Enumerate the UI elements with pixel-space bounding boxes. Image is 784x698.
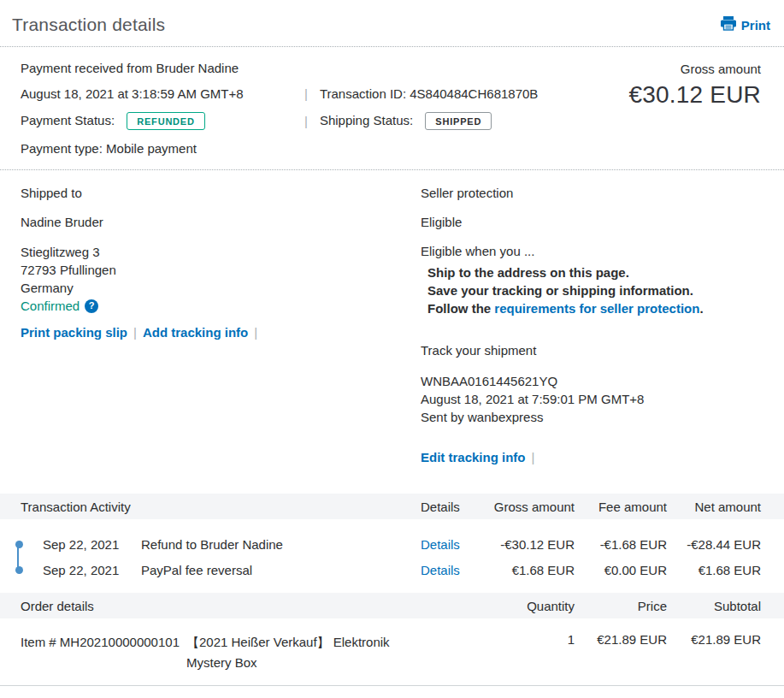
activity-fee: -€1.68 EUR xyxy=(575,537,667,552)
col-gross-amount: Gross amount xyxy=(493,500,575,514)
col-fee-amount: Fee amount xyxy=(575,500,667,514)
page-header: Transaction details Print xyxy=(0,0,784,47)
activity-row: Sep 22, 2021 PayPal fee reversal Details… xyxy=(10,557,761,583)
shipping-status-cell: Shipping Status: SHIPPED xyxy=(320,112,492,130)
activity-net: -€28.44 EUR xyxy=(667,537,761,552)
track-shipment-section: Track your shipment WNBAA0161445621YQ Au… xyxy=(421,343,761,464)
gross-amount-label: Gross amount xyxy=(628,62,761,76)
condition-prefix: Follow the xyxy=(427,301,494,316)
tracking-number: WNBAA0161445621YQ xyxy=(421,372,761,390)
shipped-to-heading: Shipped to xyxy=(21,186,421,200)
payment-date: August 18, 2021 at 3:18:59 AM GMT+8 xyxy=(21,86,304,101)
gross-amount-block: Gross amount €30.12 EUR xyxy=(628,61,761,157)
divider: | xyxy=(304,114,308,128)
eligible-when-label: Eligible when you ... xyxy=(421,244,761,258)
purchase-total-row: Purchase total €21.89 EUR xyxy=(0,686,784,698)
divider: | xyxy=(304,86,308,101)
activity-details-link[interactable]: Details xyxy=(421,563,493,577)
protection-condition: Follow the requirements for seller prote… xyxy=(421,299,761,317)
activity-description: PayPal fee reversal xyxy=(141,563,421,577)
transaction-details-page: Transaction details Print Payment receiv… xyxy=(0,0,784,698)
item-subtotal: €21.89 EUR xyxy=(667,632,761,647)
page-title: Transaction details xyxy=(12,15,165,35)
details-columns: Shipped to Nadine Bruder Stieglitzweg 3 … xyxy=(0,170,784,479)
address-line: Germany xyxy=(21,279,421,297)
payment-status-label: Payment Status: xyxy=(21,113,115,127)
activity-fee: €0.00 EUR xyxy=(575,563,667,577)
timeline-dot-icon xyxy=(15,566,23,574)
add-tracking-info-link[interactable]: Add tracking info xyxy=(143,325,248,340)
activity-date: Sep 22, 2021 xyxy=(27,537,141,552)
col-quantity: Quantity xyxy=(421,599,575,613)
transaction-activity-rows: Sep 22, 2021 Refund to Bruder Nadine Det… xyxy=(0,519,784,593)
print-packing-slip-link[interactable]: Print packing slip xyxy=(21,325,127,340)
recipient-name: Nadine Bruder xyxy=(21,215,421,229)
protection-condition: Save your tracking or shipping informati… xyxy=(421,281,761,299)
track-shipment-heading: Track your shipment xyxy=(421,343,761,358)
order-details-header: Order details Quantity Price Subtotal xyxy=(0,593,784,618)
col-net-amount: Net amount xyxy=(667,500,761,514)
payment-summary: Payment received from Bruder Nadine Augu… xyxy=(0,47,784,170)
transaction-id: Transaction ID: 4S840484CH681870B xyxy=(320,86,538,101)
activity-row: Sep 22, 2021 Refund to Bruder Nadine Det… xyxy=(10,531,761,557)
activity-gross: €1.68 EUR xyxy=(493,563,575,577)
item-number: Item # MH20210000000101 xyxy=(21,632,186,653)
gross-amount-value: €30.12 EUR xyxy=(628,81,761,109)
order-details-heading: Order details xyxy=(21,599,421,613)
shipping-status-badge: SHIPPED xyxy=(425,112,492,130)
shipping-status-label: Shipping Status: xyxy=(320,113,413,127)
divider: | xyxy=(254,325,257,340)
shipped-to-section: Shipped to Nadine Bruder Stieglitzweg 3 … xyxy=(21,186,421,479)
recipient-address: Stieglitzweg 3 72793 Pfullingen Germany xyxy=(21,243,421,297)
activity-date: Sep 22, 2021 xyxy=(27,563,141,577)
item-price: €21.89 EUR xyxy=(575,632,667,647)
help-question-icon[interactable]: ? xyxy=(85,299,98,313)
col-price: Price xyxy=(575,599,667,613)
payment-status-badge: REFUNDED xyxy=(127,112,205,130)
activity-details-link[interactable]: Details xyxy=(421,537,493,552)
col-subtotal: Subtotal xyxy=(667,599,761,613)
protection-condition: Ship to the address on this page. xyxy=(421,263,761,281)
order-item-row: Item # MH20210000000101 【2021 Heißer Ver… xyxy=(0,618,784,686)
activity-description: Refund to Bruder Nadine xyxy=(141,537,421,552)
edit-tracking-info-link[interactable]: Edit tracking info xyxy=(421,450,526,464)
received-from-line: Payment received from Bruder Nadine xyxy=(21,61,628,75)
divider: | xyxy=(133,325,137,340)
payment-type-line: Payment type: Mobile payment xyxy=(21,141,628,156)
timeline-dot-icon xyxy=(15,541,23,548)
print-button[interactable]: Print xyxy=(721,16,770,33)
address-line: Stieglitzweg 3 xyxy=(21,243,421,261)
transaction-activity-heading: Transaction Activity xyxy=(21,500,421,514)
print-button-label: Print xyxy=(741,18,770,33)
payment-status-cell: Payment Status: REFUNDED xyxy=(21,112,304,130)
seller-protection-requirements-link[interactable]: requirements for seller protection xyxy=(494,301,699,316)
activity-gross: -€30.12 EUR xyxy=(493,537,575,552)
transaction-activity-header: Transaction Activity Details Gross amoun… xyxy=(0,494,784,519)
tracking-date: August 18, 2021 at 7:59:01 PM GMT+8 xyxy=(421,390,761,408)
address-confirmed-label: Confirmed xyxy=(21,297,80,315)
condition-suffix: . xyxy=(699,301,703,316)
printer-icon xyxy=(721,16,736,33)
seller-protection-section: Seller protection Eligible Eligible when… xyxy=(421,186,761,479)
activity-net: €1.68 EUR xyxy=(667,563,761,577)
col-details: Details xyxy=(421,500,493,514)
item-quantity: 1 xyxy=(443,632,575,647)
divider: | xyxy=(532,450,535,464)
seller-protection-heading: Seller protection xyxy=(421,186,761,200)
tracking-carrier: Sent by wanbexpress xyxy=(421,408,761,426)
address-line: 72793 Pfullingen xyxy=(21,261,421,279)
seller-protection-status: Eligible xyxy=(421,215,761,229)
item-description: 【2021 Heißer Verkauf】 Elektronik Mystery… xyxy=(186,632,443,673)
